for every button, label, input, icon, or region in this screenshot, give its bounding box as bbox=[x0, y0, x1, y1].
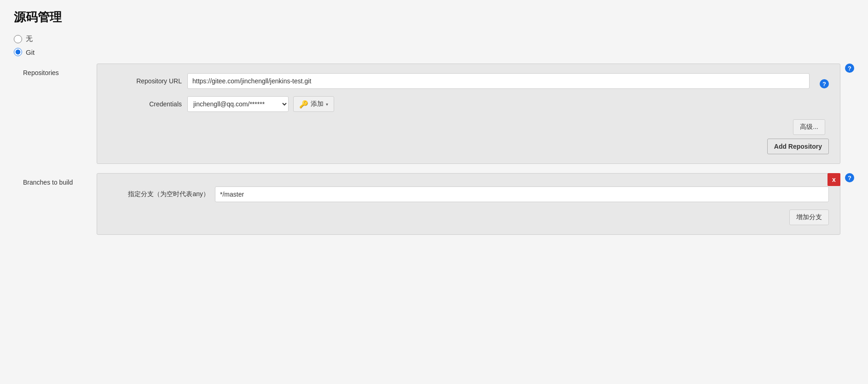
radio-git-label: Git bbox=[26, 48, 35, 56]
radio-git-input[interactable] bbox=[14, 48, 22, 56]
branches-section: Branches to build x 指定分支（为空时代表any） 增加分支 … bbox=[14, 173, 854, 235]
repo-url-row: Repository URL ? bbox=[108, 73, 829, 89]
dropdown-arrow-icon: ▾ bbox=[326, 102, 328, 107]
repo-url-label: Repository URL bbox=[108, 77, 182, 85]
add-branch-button[interactable]: 增加分支 bbox=[789, 209, 829, 225]
add-repository-button[interactable]: Add Repository bbox=[767, 139, 829, 154]
add-credentials-button[interactable]: 🔑 添加 ▾ bbox=[293, 96, 334, 112]
repo-buttons-row: 高级... bbox=[108, 119, 829, 135]
radio-none-label: 无 bbox=[26, 35, 33, 43]
branch-row: 指定分支（为空时代表any） bbox=[108, 186, 829, 202]
page-title: 源码管理 bbox=[14, 9, 854, 25]
branches-help-icon[interactable]: ? bbox=[845, 173, 854, 182]
add-repo-button-row: Add Repository bbox=[108, 139, 829, 154]
repositories-content: Repository URL ? Credentials jinchengll@… bbox=[97, 64, 840, 164]
branch-input[interactable] bbox=[215, 186, 829, 202]
repositories-help-icon[interactable]: ? bbox=[845, 64, 854, 73]
credentials-select[interactable]: jinchengll@qq.com/****** bbox=[187, 96, 289, 112]
repo-url-input[interactable] bbox=[187, 73, 810, 89]
delete-branch-button[interactable]: x bbox=[827, 173, 840, 186]
radio-git-option[interactable]: Git bbox=[14, 48, 854, 56]
radio-none-input[interactable] bbox=[14, 35, 22, 43]
repositories-section-label: Repositories bbox=[23, 64, 97, 76]
key-icon: 🔑 bbox=[299, 100, 308, 109]
credentials-controls: jinchengll@qq.com/****** 🔑 添加 ▾ bbox=[187, 96, 334, 112]
repositories-section: Repositories Repository URL ? Credential… bbox=[14, 64, 854, 164]
branches-section-label: Branches to build bbox=[23, 173, 97, 186]
add-credentials-label: 添加 bbox=[311, 100, 324, 108]
repo-url-help-icon[interactable]: ? bbox=[820, 79, 829, 88]
credentials-label: Credentials bbox=[108, 100, 182, 108]
branch-field-label: 指定分支（为空时代表any） bbox=[108, 190, 209, 198]
add-branch-button-row: 增加分支 bbox=[108, 209, 829, 225]
source-control-options: 无 Git bbox=[14, 35, 854, 56]
credentials-row: Credentials jinchengll@qq.com/****** 🔑 添… bbox=[108, 96, 829, 112]
advanced-button[interactable]: 高级... bbox=[793, 119, 825, 135]
branches-content: x 指定分支（为空时代表any） 增加分支 bbox=[97, 173, 840, 235]
radio-none-option[interactable]: 无 bbox=[14, 35, 854, 43]
